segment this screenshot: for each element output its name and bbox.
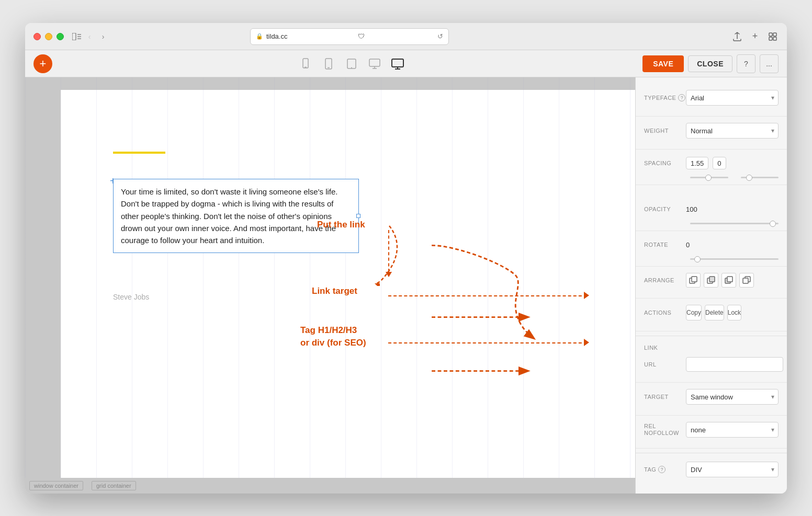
typeface-select[interactable]: Arial Georgia Helvetica Times New Roman (686, 90, 779, 106)
rel-section: RELNOFOLLOW none nofollow (636, 418, 787, 449)
more-button[interactable]: ... (760, 54, 779, 73)
weight-select[interactable]: Thin Light Normal Bold Black (686, 123, 779, 139)
lock-button[interactable]: Lock (727, 305, 741, 320)
new-tab-icon[interactable]: + (749, 31, 761, 42)
link-target-label: Link target (312, 286, 357, 296)
device-tablet[interactable] (343, 56, 360, 71)
text-block[interactable]: Your time is limited, so don't waste it … (113, 179, 359, 253)
tag-select-wrapper: DIV H1 H2 H3 (686, 462, 779, 477)
save-button[interactable]: SAVE (642, 55, 684, 72)
window-frame: ‹ › 🔒 tilda.cc 🛡 ↺ + (25, 23, 787, 494)
reload-button[interactable]: ↺ (437, 32, 443, 40)
add-block-button[interactable]: + (33, 54, 52, 73)
maximize-window-button[interactable] (57, 33, 64, 40)
line-spacing-slider[interactable] (690, 177, 728, 178)
rel-row: RELNOFOLLOW none nofollow (644, 422, 779, 438)
panel-divider-1 (636, 336, 787, 336)
actions-row: ACTIONS Copy Delete Lock (644, 305, 779, 320)
copy-button[interactable]: Copy (686, 305, 702, 320)
link-section-label: LINK (636, 340, 787, 353)
svg-rect-14 (369, 59, 380, 66)
tag-label: Tag H1/H2/H3or div (for SEO) (300, 324, 366, 349)
question-button[interactable]: ? (737, 54, 755, 73)
typeface-select-wrapper: Arial Georgia Helvetica Times New Roman (686, 90, 779, 106)
app-toolbar: + (25, 50, 787, 77)
target-section: TARGET Same window New window (636, 385, 787, 416)
typeface-help-icon[interactable]: ? (678, 94, 685, 101)
tag-section: TAG ? DIV H1 H2 H3 (636, 457, 787, 488)
arrange-send-backward[interactable] (704, 273, 718, 288)
rel-select[interactable]: none nofollow (686, 422, 779, 438)
line-spacing-value[interactable]: 1.55 (686, 157, 708, 169)
svg-rect-24 (709, 277, 715, 282)
letter-spacing-thumb[interactable] (746, 175, 752, 181)
resize-handle[interactable] (356, 214, 360, 218)
typeface-label: TYPEFACE ? (644, 94, 686, 101)
typeface-row: TYPEFACE ? Arial Georgia Helvetica Times… (644, 90, 779, 106)
tag-label: TAG ? (644, 466, 686, 473)
arrow-target-head (584, 292, 589, 299)
arrange-bring-front[interactable] (739, 273, 754, 288)
weight-row: WEIGHT Thin Light Normal Bold Black (644, 123, 779, 139)
arrow-tag-horiz (388, 342, 587, 343)
minimize-window-button[interactable] (45, 33, 52, 40)
tag-help-icon[interactable]: ? (658, 466, 666, 473)
rotate-thumb[interactable] (694, 256, 701, 262)
yellow-decoration (113, 152, 165, 154)
svg-rect-12 (347, 59, 356, 68)
forward-button[interactable]: › (97, 31, 109, 42)
address-bar: 🔒 tilda.cc 🛡 ↺ (250, 28, 449, 45)
grid-container-label: grid container (92, 481, 136, 490)
arrange-section: ARRANGE (636, 269, 787, 299)
rotate-slider[interactable] (690, 258, 779, 260)
device-mobile[interactable] (320, 56, 337, 71)
letter-spacing-slider[interactable] (741, 177, 779, 178)
windows-icon[interactable] (767, 31, 779, 42)
device-mobile-small[interactable] (297, 56, 314, 71)
opacity-value[interactable]: 100 (686, 205, 707, 213)
url-label: URL (644, 361, 686, 368)
arrange-send-back[interactable] (686, 273, 701, 288)
rotate-row: ROTATE 0 (644, 237, 779, 252)
close-window-button[interactable] (33, 33, 41, 40)
back-button[interactable]: ‹ (84, 31, 95, 42)
line-spacing-thumb[interactable] (705, 175, 712, 181)
tag-select[interactable]: DIV H1 H2 H3 (686, 462, 779, 477)
opacity-thumb[interactable] (770, 221, 776, 227)
letter-spacing-value[interactable]: 0 (713, 157, 726, 169)
svg-rect-4 (769, 33, 772, 36)
address-url: tilda.cc (266, 32, 287, 40)
rotate-label: ROTATE (644, 242, 686, 248)
title-bar: ‹ › 🔒 tilda.cc 🛡 ↺ + (25, 23, 787, 50)
device-icons (297, 56, 406, 71)
url-input[interactable] (686, 357, 783, 372)
arrange-bring-forward[interactable] (721, 273, 736, 288)
rotate-slider-row (644, 258, 779, 260)
put-link-label: Put the link (317, 220, 365, 230)
svg-rect-26 (727, 277, 732, 282)
target-select[interactable]: Same window New window (686, 389, 779, 405)
rotate-value[interactable]: 0 (686, 241, 707, 249)
window-container-label: window container (29, 481, 83, 490)
device-desktop[interactable] (389, 56, 406, 71)
opacity-slider[interactable] (690, 223, 779, 224)
main-area: + Your time is limited, so don't waste i… (25, 77, 787, 494)
url-section: URL (636, 353, 787, 383)
svg-rect-8 (303, 59, 308, 68)
svg-rect-17 (392, 59, 403, 67)
arrow-link-head (386, 272, 392, 277)
close-button[interactable]: CLOSE (688, 55, 732, 72)
share-icon[interactable] (731, 31, 743, 42)
spacing-inputs: 1.55 0 (686, 157, 779, 169)
spacing-section: SPACING 1.55 0 (636, 152, 787, 185)
sidebar-toggle-icon[interactable] (72, 32, 82, 41)
weight-label: WEIGHT (644, 128, 686, 134)
canvas-area[interactable]: + Your time is limited, so don't waste i… (25, 77, 635, 494)
delete-button[interactable]: Delete (705, 305, 724, 320)
nav-arrows: ‹ › (84, 31, 109, 42)
toolbar-right: SAVE CLOSE ? ... (642, 54, 779, 73)
arrow-target-horiz (388, 295, 587, 296)
device-desktop-small[interactable] (366, 56, 383, 71)
typeface-section: TYPEFACE ? Arial Georgia Helvetica Times… (636, 86, 787, 117)
target-select-wrapper: Same window New window (686, 389, 779, 405)
